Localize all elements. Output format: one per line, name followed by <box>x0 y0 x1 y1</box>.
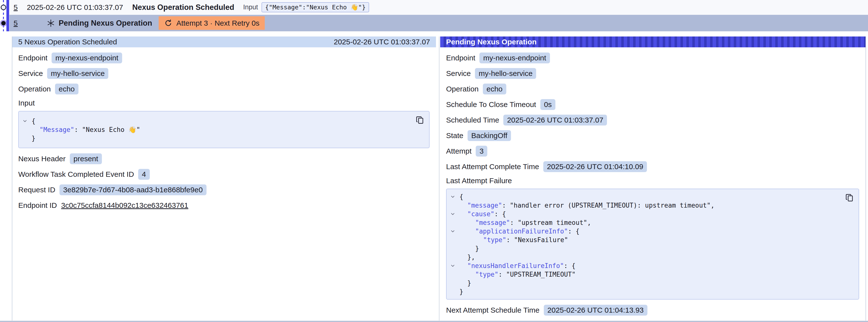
json-text: : "NexusFailure" <box>506 236 568 244</box>
collapse-chevron-icon <box>450 194 456 199</box>
field-value[interactable]: 3c0c75ccfa8144b092c13ce632463761 <box>61 201 188 210</box>
pending-asterisk-icon <box>46 19 55 28</box>
json-text: } <box>467 279 471 287</box>
pending-panel-header: Pending Nexus Operation <box>440 36 866 47</box>
json-key: "message" <box>475 219 510 226</box>
field-scheduled-time: Scheduled Time2025-02-26 UTC 01:03:37.07 <box>446 115 859 126</box>
retry-status-badge: Attempt 3 · Next Retry 0s <box>159 16 265 30</box>
field-label: Next Attempt Schedule Time <box>446 306 539 314</box>
event-input-preview: {"Message":"Nexus Echo 👋"} <box>261 2 369 12</box>
field-value: my-nexus-endpoint <box>479 53 550 63</box>
field-label: Attempt <box>446 147 471 155</box>
field-request-id: Request ID3e829b7e-7d67-4b08-aad3-b1e868… <box>18 184 430 195</box>
json-text: } <box>459 288 463 295</box>
event-title: Nexus Operation Scheduled <box>132 3 234 12</box>
retry-icon <box>164 19 173 27</box>
json-text: : "Nexus Echo 👋" <box>74 126 140 133</box>
field-label: Last Attempt Complete Time <box>446 162 539 171</box>
timeline-active-bar <box>6 0 9 31</box>
event-input-label: Input <box>243 3 258 11</box>
field-value: my-nexus-endpoint <box>52 53 122 63</box>
json-key: "nexusHandlerFailureInfo" <box>467 262 564 269</box>
event-detail-panel: 5 Nexus Operation Scheduled 2025-02-26 U… <box>12 36 436 321</box>
json-line: } <box>450 279 841 287</box>
field-value: my-hello-service <box>47 68 108 79</box>
field-nexus-header: Nexus Headerpresent <box>18 153 430 164</box>
field-last-attempt-complete-time: Last Attempt Complete Time2025-02-26 UTC… <box>446 161 859 172</box>
timeline-gutter <box>0 0 9 31</box>
json-key: "Message" <box>39 126 74 133</box>
json-text: : "UPSTREAM_TIMEOUT" <box>498 271 576 278</box>
event-timestamp: 2025-02-26 UTC 01:03:37.07 <box>27 3 123 11</box>
field-value: 0s <box>540 99 556 110</box>
json-line: "message": "handler error (UPSTREAM_TIME… <box>450 201 841 210</box>
copy-button[interactable] <box>415 116 425 125</box>
json-text: : "handler error (UPSTREAM_TIMEOUT): ups… <box>502 202 715 209</box>
field-operation: Operationecho <box>446 83 859 95</box>
collapse-toggle[interactable] <box>450 194 459 199</box>
field-schedule-to-close-timeout: Schedule To Close Timeout0s <box>446 99 859 110</box>
field-attempt: Attempt3 <box>446 146 859 157</box>
json-line: "Message": "Nexus Echo 👋" <box>22 125 412 134</box>
failure-section-label: Last Attempt Failure <box>446 176 859 185</box>
field-service: Servicemy-hello-service <box>446 68 859 79</box>
json-text: : "upstream timeout", <box>510 219 591 226</box>
field-value: 3 <box>476 146 487 157</box>
collapse-toggle[interactable] <box>450 229 459 234</box>
pending-event-id-link[interactable]: 5 <box>13 19 18 27</box>
event-detail-timestamp: 2025-02-26 UTC 01:03:37.07 <box>334 38 430 46</box>
pending-nexus-operation-row[interactable]: 5 Pending Nexus Operation Attempt 3 · Ne… <box>9 15 868 31</box>
event-detail-header: 5 Nexus Operation Scheduled 2025-02-26 U… <box>12 36 436 47</box>
json-key: "type" <box>483 236 506 244</box>
field-label: Operation <box>18 85 51 93</box>
pending-panel-title: Pending Nexus Operation <box>446 38 537 46</box>
json-key: "cause" <box>467 210 494 218</box>
field-label: Workflow Task Completed Event ID <box>18 170 134 179</box>
field-value: echo <box>55 84 79 94</box>
collapse-toggle[interactable] <box>22 118 32 124</box>
json-text: : { <box>568 228 580 235</box>
field-label: Operation <box>446 85 479 93</box>
field-endpoint: Endpointmy-nexus-endpoint <box>18 52 430 64</box>
field-value: BackingOff <box>468 130 511 141</box>
field-label: Service <box>446 69 471 78</box>
json-line: { <box>450 192 841 201</box>
collapse-chevron-icon <box>450 211 456 217</box>
field-endpoint: Endpointmy-nexus-endpoint <box>446 52 859 64</box>
retry-badge-text: Attempt 3 · Next Retry 0s <box>177 19 259 27</box>
field-label: Request ID <box>18 186 55 194</box>
json-line: }, <box>450 253 841 261</box>
field-label: State <box>446 131 463 140</box>
field-label: Endpoint <box>18 54 48 62</box>
field-value: 2025-02-26 UTC 01:04:13.93 <box>544 305 647 316</box>
field-state: StateBackingOff <box>446 130 859 141</box>
failure-json-viewer: {"message": "handler error (UPSTREAM_TIM… <box>446 189 859 299</box>
collapse-toggle[interactable] <box>450 263 459 268</box>
field-label: Scheduled Time <box>446 116 499 124</box>
field-operation: Operationecho <box>18 83 430 95</box>
collapse-chevron-icon <box>450 229 456 234</box>
json-line: { <box>22 117 412 125</box>
field-value: present <box>70 153 102 164</box>
json-key: "applicationFailureInfo" <box>475 228 568 235</box>
copy-button[interactable] <box>845 193 854 202</box>
json-text: }, <box>467 254 475 261</box>
json-key: "message" <box>467 202 502 209</box>
event-id-link[interactable]: 5 <box>13 3 18 11</box>
json-text: { <box>32 117 35 125</box>
field-label: Endpoint ID <box>18 201 57 210</box>
field-label: Endpoint <box>446 54 475 62</box>
pending-title: Pending Nexus Operation <box>59 19 152 28</box>
event-row-nexus-operation-scheduled[interactable]: 5 2025-02-26 UTC 01:03:37.07 Nexus Opera… <box>9 0 868 14</box>
json-line: "cause": { <box>450 210 841 218</box>
field-value: my-hello-service <box>475 68 536 79</box>
collapse-toggle[interactable] <box>450 211 459 217</box>
json-text: : { <box>564 262 576 269</box>
field-value: 2025-02-26 UTC 01:04:10.09 <box>543 161 647 172</box>
json-text: : { <box>494 210 506 218</box>
field-label: Service <box>18 69 43 78</box>
event-detail-title: 5 Nexus Operation Scheduled <box>18 38 117 46</box>
json-text: } <box>475 245 479 252</box>
json-line: "message": "upstream timeout", <box>450 218 841 227</box>
next-row-edge <box>0 321 868 322</box>
